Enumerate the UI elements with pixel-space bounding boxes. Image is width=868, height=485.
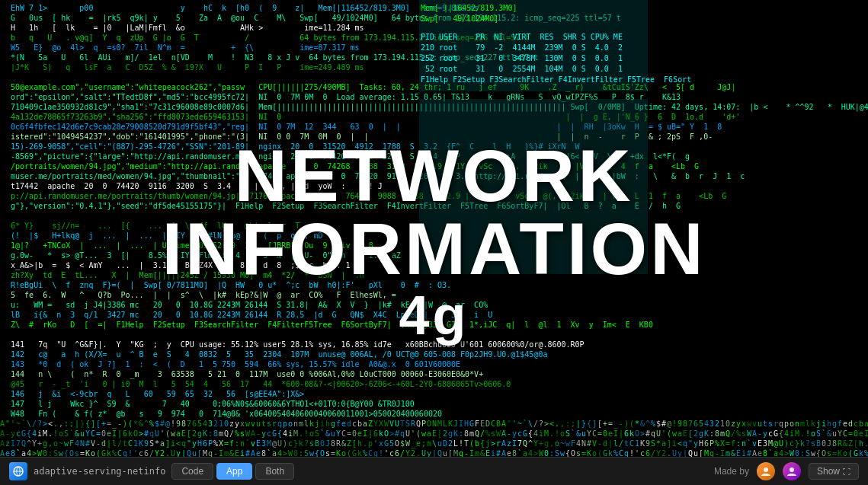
overlay-title: NETWORK INFORMATION 4g bbox=[162, 139, 706, 346]
title-4g: 4g bbox=[162, 286, 706, 346]
svg-point-2 bbox=[764, 467, 768, 472]
title-information: INFORMATION bbox=[162, 212, 706, 286]
bottom-right-section: Made by Show ⛶ bbox=[714, 462, 859, 480]
svg-point-3 bbox=[790, 467, 794, 472]
tab-buttons: Code App Both bbox=[171, 463, 294, 480]
title-network: NETWORK bbox=[162, 139, 706, 212]
bottom-left-section: adaptive-serving-netinfo Code App Both bbox=[9, 462, 294, 480]
expand-icon: ⛶ bbox=[843, 467, 850, 476]
tab-both[interactable]: Both bbox=[255, 463, 294, 480]
tab-app[interactable]: App bbox=[216, 463, 252, 480]
app-name-label: adaptive-serving-netinfo bbox=[34, 466, 165, 477]
tab-code[interactable]: Code bbox=[171, 463, 213, 480]
show-button[interactable]: Show ⛶ bbox=[809, 463, 859, 480]
avatar-2 bbox=[783, 462, 801, 480]
show-label: Show bbox=[817, 466, 840, 477]
avatar bbox=[757, 462, 775, 480]
bottom-bar: adaptive-serving-netinfo Code App Both M… bbox=[0, 457, 868, 485]
app-icon bbox=[9, 462, 27, 480]
made-by-label: Made by bbox=[714, 466, 749, 477]
